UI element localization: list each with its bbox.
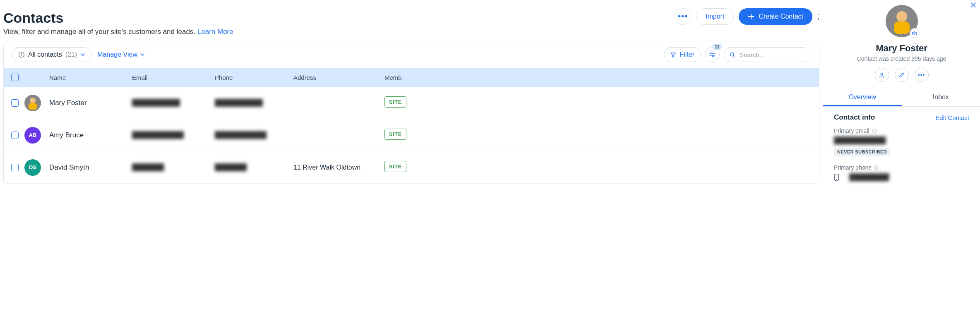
svg-rect-14 (876, 166, 877, 167)
sliders-icon (709, 51, 716, 58)
col-name: Name (49, 74, 132, 81)
import-button[interactable]: Import (696, 8, 734, 25)
table-header: Name Email Phone Address Memb (4, 68, 819, 87)
select-all-checkbox[interactable] (11, 74, 19, 81)
chevron-down-icon (80, 52, 85, 57)
avatar: DS (24, 159, 41, 176)
cell-email: ▐█▐██▐█▄██▄ . (132, 131, 184, 139)
svg-point-8 (881, 73, 883, 75)
row-checkbox[interactable] (11, 132, 19, 139)
avatar (24, 95, 41, 111)
row-checkbox[interactable] (11, 164, 19, 171)
pencil-icon (898, 72, 905, 78)
search-input[interactable] (739, 51, 819, 59)
cell-email: ▄▌ ░▟ ▐█ (132, 163, 164, 171)
membership-badge: SITE (384, 96, 406, 108)
view-count: (21) (65, 51, 77, 58)
chevron-down-icon (140, 52, 145, 57)
create-contact-label: Create Contact (759, 13, 803, 20)
more-actions-button[interactable]: ••• (675, 8, 691, 25)
svg-point-7 (914, 33, 915, 34)
dots-icon: ••• (918, 72, 925, 78)
manage-view-label: Manage View (97, 51, 137, 58)
person-icon (879, 72, 885, 78)
plus-icon (748, 13, 754, 20)
create-contact-button[interactable]: Create Contact (739, 8, 812, 25)
contact-name: Mary Foster (830, 43, 973, 54)
table-row[interactable]: AB Amy Bruce ▐█▐██▐█▄██▄ . ██▐▄▐█▐▌ ▌ █▌… (4, 119, 819, 151)
page-subtitle: View, filter and manage all of your site… (3, 28, 819, 36)
table-row[interactable]: Mary Foster ██▌ █▄▐▀▌███ ▐█▌█▌▐█▄ ▌ ▌ SI… (4, 87, 819, 119)
svg-rect-2 (21, 55, 22, 56)
svg-rect-13 (876, 167, 877, 168)
svg-point-3 (711, 53, 712, 54)
row-checkbox[interactable] (11, 99, 19, 107)
cell-name: David Smyth (49, 163, 132, 172)
table-row[interactable]: DS David Smyth ▄▌ ░▟ ▐█ ▀▄▐▌ ▐█▀ 11 Rive… (4, 151, 819, 184)
camera-icon (912, 31, 917, 36)
avatar: AB (24, 127, 41, 144)
mobile-icon (834, 174, 839, 181)
col-email: Email (132, 74, 215, 81)
edit-contact-link[interactable]: Edit Contact (935, 114, 969, 121)
search-field[interactable] (724, 47, 811, 62)
profile-action-button[interactable] (875, 68, 889, 82)
alert-circle-icon (18, 51, 25, 58)
info-icon (872, 128, 877, 134)
close-icon (970, 2, 977, 8)
primary-email-value: ▐▄▟ ▐░▐█▌ █ █ (834, 137, 886, 144)
svg-rect-11 (874, 129, 874, 130)
search-icon (729, 52, 735, 58)
manage-view-button[interactable]: Manage View (97, 51, 145, 58)
view-selector[interactable]: All contacts (21) (12, 47, 91, 62)
cell-address: 11 River Walk Oldtown (293, 164, 384, 171)
contact-info-title: Contact info (834, 113, 875, 122)
cell-name: Mary Foster (49, 99, 132, 107)
col-phone: Phone (215, 74, 293, 81)
cell-email: ██▌ █▄▐▀▌███ (132, 99, 180, 107)
svg-rect-1 (21, 53, 22, 55)
page-title: Contacts (3, 10, 63, 26)
cell-phone: ▀▄▐▌ ▐█▀ (215, 163, 247, 171)
trailing-text: ; (817, 12, 819, 21)
column-settings-button[interactable]: 12 (705, 47, 720, 62)
close-panel-button[interactable] (970, 2, 977, 8)
tab-inbox[interactable]: Inbox (902, 89, 980, 106)
col-address: Address (293, 74, 384, 81)
more-action-button[interactable]: ••• (915, 68, 929, 82)
filter-icon (670, 52, 676, 58)
membership-badge: SITE (384, 129, 406, 140)
svg-rect-10 (874, 130, 874, 132)
subscription-status-chip: NEVER SUBSCRIBED (834, 148, 890, 156)
primary-phone-value: ▐░▄ ██ ▐▌▀ (849, 173, 889, 181)
primary-phone-label: Primary phone (834, 164, 969, 171)
primary-email-label: Primary email (834, 127, 969, 134)
edit-action-button[interactable] (895, 68, 909, 82)
cell-phone: ▐█▌█▌▐█▄ ▌ ▌ (215, 99, 263, 107)
membership-badge: SITE (384, 161, 406, 172)
cell-phone: ██▐▄▐█▐▌ ▌ █▌ (215, 131, 267, 139)
tab-overview[interactable]: Overview (823, 89, 902, 106)
change-photo-button[interactable] (910, 28, 920, 38)
info-icon (874, 165, 879, 170)
cell-name: Amy Bruce (49, 131, 132, 139)
contact-detail-panel: Mary Foster Contact was created 395 days… (823, 0, 980, 213)
subtitle-text: View, filter and manage all of your site… (3, 28, 197, 36)
dots-icon: ••• (678, 12, 688, 21)
svg-point-4 (712, 55, 713, 56)
col-memb: Memb (384, 74, 434, 81)
learn-more-link[interactable]: Learn More (197, 28, 233, 36)
filter-label: Filter (680, 51, 694, 58)
filter-button[interactable]: Filter (664, 47, 701, 62)
settings-badge: 12 (712, 44, 722, 50)
contact-created: Contact was created 395 days ago (830, 55, 973, 62)
view-label: All contacts (28, 51, 62, 58)
svg-rect-16 (836, 179, 837, 180)
